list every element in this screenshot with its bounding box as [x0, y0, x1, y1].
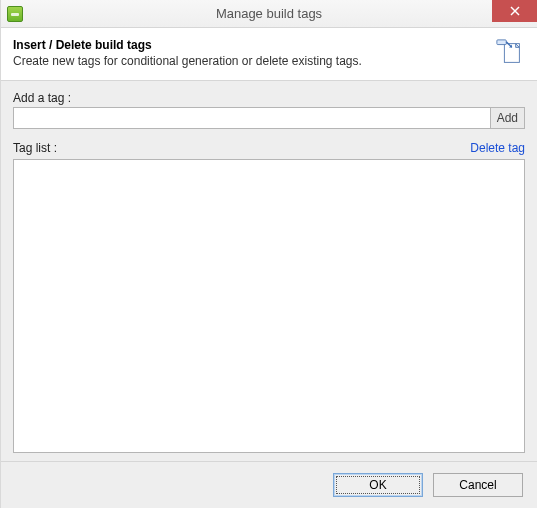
body-panel: Add a tag : Add Tag list : Delete tag	[1, 81, 537, 462]
tag-list-header: Tag list : Delete tag	[13, 141, 525, 157]
add-tag-label: Add a tag :	[13, 91, 525, 105]
add-tag-input[interactable]	[13, 107, 491, 129]
ok-button[interactable]: OK	[333, 473, 423, 497]
header-title: Insert / Delete build tags	[13, 38, 525, 52]
app-icon	[7, 6, 23, 22]
svg-rect-4	[497, 40, 506, 45]
title-bar: Manage build tags	[1, 0, 537, 28]
add-tag-row: Add	[13, 107, 525, 129]
add-tag-button[interactable]: Add	[491, 107, 525, 129]
cancel-button[interactable]: Cancel	[433, 473, 523, 497]
tag-list-label: Tag list :	[13, 141, 57, 155]
header-panel: Insert / Delete build tags Create new ta…	[1, 28, 537, 81]
tag-list[interactable]	[13, 159, 525, 453]
delete-tag-link[interactable]: Delete tag	[470, 141, 525, 155]
header-subtitle: Create new tags for conditional generati…	[13, 54, 525, 68]
close-icon	[510, 6, 520, 16]
tags-document-icon	[495, 38, 525, 68]
close-button[interactable]	[492, 0, 537, 22]
dialog-window: Manage build tags Insert / Delete build …	[0, 0, 537, 508]
footer-panel: OK Cancel	[1, 462, 537, 508]
window-title: Manage build tags	[1, 6, 537, 21]
